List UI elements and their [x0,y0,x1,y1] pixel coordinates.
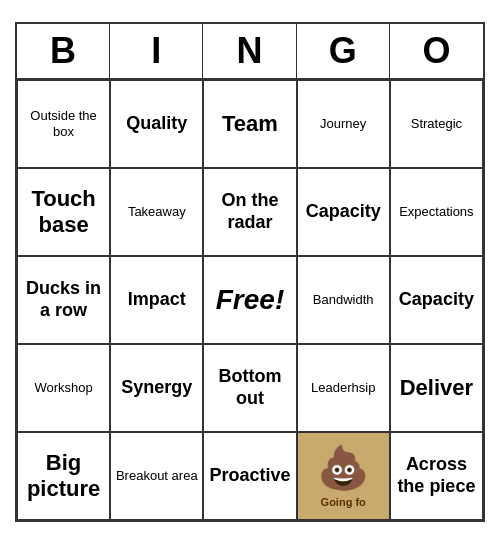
bingo-cell-11[interactable]: Impact [110,256,203,344]
bingo-cell-10[interactable]: Ducks in a row [17,256,110,344]
bingo-cell-18[interactable]: Leaderhsip [297,344,390,432]
bingo-cell-8[interactable]: Capacity [297,168,390,256]
bingo-cell-0[interactable]: Outside the box [17,80,110,168]
bingo-cell-20[interactable]: Big picture [17,432,110,520]
bingo-cell-22[interactable]: Proactive [203,432,296,520]
bingo-grid: Outside the boxQualityTeamJourneyStrateg… [17,80,483,520]
bingo-letter-i: I [110,24,203,78]
bingo-cell-5[interactable]: Touch base [17,168,110,256]
bingo-cell-3[interactable]: Journey [297,80,390,168]
bingo-cell-14[interactable]: Capacity [390,256,483,344]
bingo-cell-1[interactable]: Quality [110,80,203,168]
bingo-card: BINGO Outside the boxQualityTeamJourneyS… [15,22,485,522]
bingo-header: BINGO [17,24,483,80]
bingo-cell-6[interactable]: Takeaway [110,168,203,256]
bingo-cell-7[interactable]: On the radar [203,168,296,256]
bingo-cell-19[interactable]: Deliver [390,344,483,432]
bingo-letter-g: G [297,24,390,78]
bingo-cell-12[interactable]: Free! [203,256,296,344]
bingo-cell-23[interactable]: 💩Going fo [297,432,390,520]
bingo-cell-24[interactable]: Across the piece [390,432,483,520]
bingo-letter-o: O [390,24,483,78]
bingo-cell-13[interactable]: Bandwidth [297,256,390,344]
bingo-cell-17[interactable]: Bottom out [203,344,296,432]
bingo-cell-15[interactable]: Workshop [17,344,110,432]
bingo-letter-n: N [203,24,296,78]
bingo-cell-21[interactable]: Breakout area [110,432,203,520]
bingo-cell-4[interactable]: Strategic [390,80,483,168]
bingo-letter-b: B [17,24,110,78]
bingo-cell-9[interactable]: Expectations [390,168,483,256]
bingo-cell-2[interactable]: Team [203,80,296,168]
bingo-cell-16[interactable]: Synergy [110,344,203,432]
